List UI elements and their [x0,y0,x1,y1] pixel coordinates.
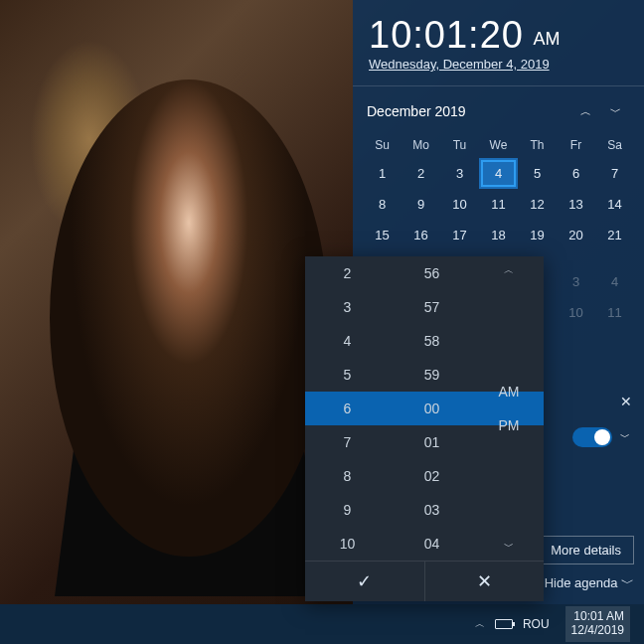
chevron-down-icon: ﹀ [621,575,634,590]
calendar-dow-header: Sa [595,132,634,158]
close-icon[interactable]: ✕ [620,394,632,409]
chevron-up-icon[interactable]: ︿ [474,256,544,284]
calendar-day[interactable]: 11 [595,297,634,328]
calendar-day[interactable]: 10 [557,297,595,328]
reminder-toggle[interactable] [572,427,612,447]
clock-ampm: AM [534,29,561,49]
time-picker-actions: ✓ ✕ [305,561,544,601]
calendar-day[interactable]: 1 [363,158,402,189]
time-picker-minute-cell[interactable]: 04 [390,527,474,561]
calendar-month-label[interactable]: December 2019 [367,103,570,119]
time-picker-ampm-column[interactable]: ︿ AMPM ﹀ [474,256,544,561]
time-picker-minute-cell[interactable]: 01 [390,425,474,459]
time-picker-hour-cell[interactable]: 7 [305,425,390,459]
calendar-day[interactable]: 7 [595,158,634,189]
taskbar: ︿ ROU 10:01 AM 12/4/2019 [0,604,644,644]
time-picker-hour-cell[interactable]: 5 [305,358,390,392]
calendar-dow-header: Mo [402,132,440,158]
time-picker-minute-cell[interactable]: 03 [390,493,474,527]
time-picker-minute-cell[interactable]: 59 [390,358,474,392]
time-picker-hours-column[interactable]: 2345678910 [305,256,390,561]
calendar-header: December 2019 ︿ ﹀ [353,86,644,132]
time-picker-cancel-button[interactable]: ✕ [425,562,545,601]
calendar-day[interactable]: 13 [557,189,595,220]
calendar-day[interactable]: 4 [479,158,518,189]
calendar-day[interactable]: 20 [557,220,595,250]
calendar-day[interactable]: 6 [557,158,595,189]
calendar-day[interactable]: 3 [440,158,479,189]
calendar-day[interactable]: 18 [479,220,518,250]
tray-overflow-button[interactable]: ︿ [475,604,485,644]
time-picker-minutes-column[interactable]: 565758590001020304 [390,256,474,561]
time-picker-minute-cell[interactable]: 00 [390,392,474,425]
time-picker-hour-cell[interactable]: 4 [305,324,390,358]
chevron-down-icon[interactable]: ﹀ [474,533,544,561]
calendar-day[interactable]: 8 [363,189,402,220]
calendar-day[interactable]: 5 [518,158,557,189]
time-picker: 2345678910 565758590001020304 ︿ AMPM ﹀ ✓… [305,256,544,601]
more-details-button[interactable]: More details [538,536,634,564]
calendar-next-button[interactable]: ﹀ [600,96,630,126]
calendar-day[interactable]: 3 [557,266,595,297]
taskbar-time: 10:01 AM [571,610,624,624]
flyout-footer: More details Hide agenda ﹀ [538,536,634,592]
time-picker-minute-cell[interactable]: 57 [390,290,474,324]
battery-icon[interactable] [495,604,513,644]
taskbar-clock[interactable]: 10:01 AM 12/4/2019 [560,604,636,644]
calendar-day[interactable]: 15 [363,220,402,250]
language-indicator[interactable]: ROU [523,604,550,644]
calendar-dow-header: Tu [440,132,479,158]
calendar-prev-button[interactable]: ︿ [570,96,600,126]
time-picker-minute-cell[interactable]: 58 [390,324,474,358]
calendar-day [557,250,595,266]
time-picker-ampm-cell[interactable]: PM [474,408,544,442]
time-picker-minute-cell[interactable]: 56 [390,256,474,290]
calendar-dow-header: Th [518,132,557,158]
calendar-dow-header: Fr [557,132,595,158]
time-picker-hour-cell[interactable]: 2 [305,256,390,290]
calendar-dow-header: We [479,132,518,158]
calendar-day[interactable]: 4 [595,266,634,297]
calendar-day[interactable]: 16 [402,220,440,250]
calendar-day[interactable]: 10 [440,189,479,220]
hide-agenda-button[interactable]: Hide agenda ﹀ [545,574,634,592]
time-picker-ampm-cell[interactable]: AM [474,375,544,408]
calendar-day[interactable]: 12 [518,189,557,220]
clock-calendar-flyout: 10:01:20 AM Wednesday, December 4, 2019 … [353,0,644,604]
clock-section: 10:01:20 AM Wednesday, December 4, 2019 [353,0,644,80]
taskbar-date: 12/4/2019 [571,624,624,638]
clock-time: 10:01:20 [369,14,524,56]
time-picker-minute-cell[interactable]: 02 [390,459,474,493]
calendar-day[interactable]: 19 [518,220,557,250]
time-picker-accept-button[interactable]: ✓ [305,562,425,601]
clock-date-link[interactable]: Wednesday, December 4, 2019 [369,57,550,72]
calendar-day[interactable]: 21 [595,220,634,250]
calendar-day[interactable]: 17 [440,220,479,250]
calendar-dow-header: Su [363,132,402,158]
time-picker-hour-cell[interactable]: 9 [305,493,390,527]
calendar-day[interactable]: 2 [402,158,440,189]
time-picker-hour-cell[interactable]: 6 [305,392,390,425]
calendar-day[interactable]: 11 [479,189,518,220]
wallpaper-figure [40,288,338,596]
time-picker-hour-cell[interactable]: 10 [305,527,390,561]
chevron-down-icon[interactable]: ﹀ [620,430,630,444]
calendar-day[interactable]: 14 [595,189,634,220]
time-picker-hour-cell[interactable]: 3 [305,290,390,324]
calendar-day [595,250,634,266]
reminder-toggle-row: ﹀ [572,427,630,447]
time-picker-hour-cell[interactable]: 8 [305,459,390,493]
calendar-day[interactable]: 9 [402,189,440,220]
